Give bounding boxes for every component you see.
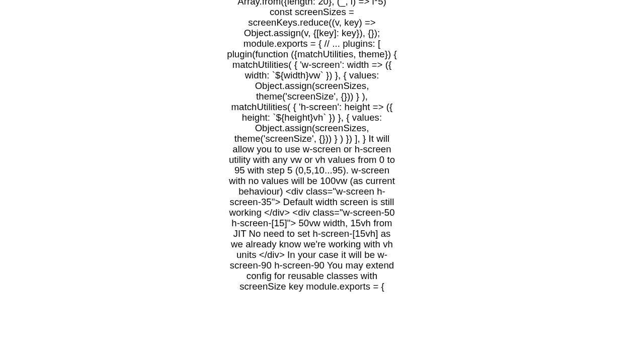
document-body-text: Array.from({length: 20}, (_, i) => i*5) … bbox=[226, 0, 397, 292]
